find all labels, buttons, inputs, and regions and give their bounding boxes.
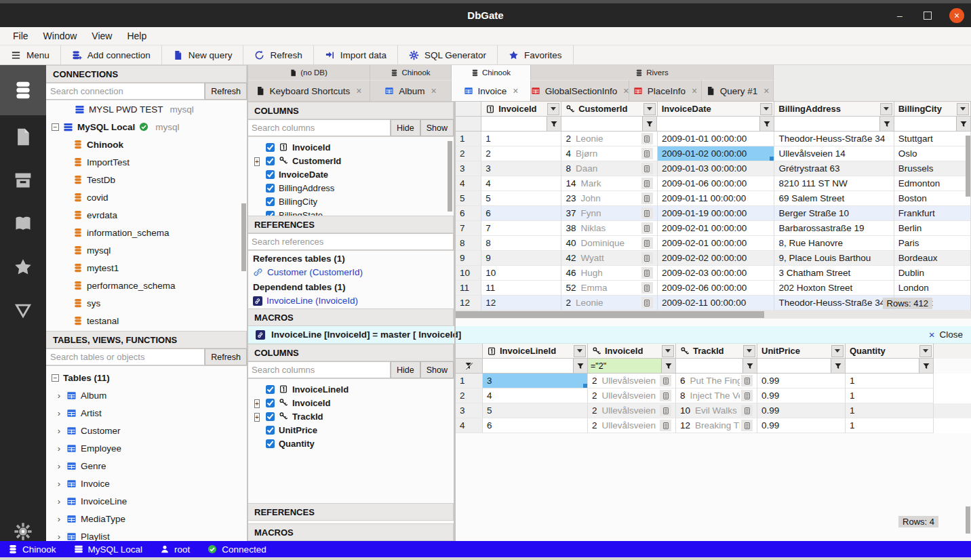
column-menu-button[interactable] bbox=[831, 345, 844, 357]
column-header-InvoiceId[interactable]: InvoiceId bbox=[588, 344, 676, 359]
table-item-Customer[interactable]: ›Customer bbox=[46, 422, 247, 439]
status-mysql-local[interactable]: MySQL Local bbox=[74, 544, 143, 555]
cell-BillingAddress[interactable]: Ullevålsveien 14 bbox=[774, 146, 894, 161]
cell-InvoiceDate[interactable]: 2009-02-01 00:00:00 bbox=[658, 221, 774, 236]
references-header[interactable]: REFERENCES bbox=[247, 503, 454, 521]
hide-button[interactable]: Hide bbox=[391, 119, 420, 136]
column-header-InvoiceDate[interactable]: InvoiceDate bbox=[658, 102, 775, 117]
toolbar-menu-button[interactable]: Menu bbox=[0, 45, 61, 64]
filter-button[interactable] bbox=[956, 117, 970, 131]
cell-TrackId[interactable]: 6Put The Finger On You bbox=[676, 374, 757, 388]
cell-BillingAddress[interactable]: 3 Chatham Street bbox=[774, 266, 894, 281]
tables-header[interactable]: TABLES, VIEWS, FUNCTIONS bbox=[46, 331, 247, 348]
filter-button[interactable] bbox=[573, 359, 587, 373]
column-menu-button[interactable] bbox=[643, 103, 656, 115]
connection-item-mysl-pwd-test[interactable]: MYSL PWD TESTmysql bbox=[46, 100, 247, 118]
database-item-information_schema[interactable]: information_schema bbox=[46, 224, 247, 241]
cell-InvoiceDate[interactable]: 2009-01-11 00:00:00 bbox=[658, 191, 774, 206]
lookup-detail-button[interactable] bbox=[741, 420, 753, 431]
filter-input-BillingCity[interactable] bbox=[894, 117, 956, 131]
cell-BillingAddress[interactable]: 8, Rue Hanovre bbox=[774, 236, 894, 251]
filter-input-InvoiceId[interactable] bbox=[588, 359, 661, 373]
expand-expander[interactable]: + bbox=[254, 399, 260, 408]
cell-InvoiceDate[interactable]: 2009-02-01 00:00:00 bbox=[658, 236, 774, 251]
cell-CustomerId[interactable]: 2Leonie bbox=[561, 296, 658, 311]
connection-item-mysql-local[interactable]: −MySQL Localmysql bbox=[46, 118, 247, 136]
cell-BillingAddress[interactable]: Theodor-Heuss-Straße 34 bbox=[774, 296, 894, 311]
rail-archive-button[interactable] bbox=[0, 159, 46, 202]
menu-help[interactable]: Help bbox=[121, 29, 153, 43]
connections-header[interactable]: CONNECTIONS bbox=[46, 65, 247, 83]
cell-UnitPrice[interactable]: 0.99 bbox=[757, 403, 846, 418]
search-tables-input[interactable] bbox=[46, 348, 205, 365]
filter-button[interactable] bbox=[919, 359, 933, 373]
search-columns-input[interactable] bbox=[247, 361, 391, 378]
database-item-testanal[interactable]: testanal bbox=[46, 312, 247, 329]
cell-Quantity[interactable]: 1 bbox=[846, 388, 934, 403]
menu-file[interactable]: File bbox=[7, 29, 35, 43]
cell-TrackId[interactable]: 10Evil Walks bbox=[676, 403, 757, 418]
cell-CustomerId[interactable]: 40Dominique bbox=[561, 236, 658, 251]
cell-UnitPrice[interactable]: 0.99 bbox=[757, 374, 846, 388]
column-checkbox[interactable] bbox=[266, 426, 275, 435]
filter-button[interactable] bbox=[742, 359, 757, 373]
chevron-right-icon[interactable]: › bbox=[56, 532, 62, 542]
chevron-right-icon[interactable]: › bbox=[56, 443, 62, 454]
lookup-detail-button[interactable] bbox=[641, 282, 653, 294]
reference-link-invoiceline[interactable]: InvoiceLine (InvoiceId) bbox=[247, 294, 454, 308]
search-connection-input[interactable] bbox=[46, 83, 205, 100]
column-header-InvoiceId[interactable]: InvoiceId bbox=[481, 102, 561, 117]
cell-Quantity[interactable]: 1 bbox=[846, 374, 934, 388]
rail-settings-button[interactable] bbox=[0, 522, 46, 541]
lookup-detail-button[interactable] bbox=[641, 252, 653, 264]
column-header-InvoiceLineId[interactable]: InvoiceLineId bbox=[483, 344, 588, 359]
rail-connections-button[interactable] bbox=[0, 65, 46, 115]
filter-input-UnitPrice[interactable] bbox=[757, 359, 831, 373]
tab-close-icon[interactable]: × bbox=[431, 85, 437, 96]
cell-BillingCity[interactable]: Paris bbox=[894, 236, 971, 251]
search-columns-input[interactable] bbox=[247, 119, 391, 136]
cell-CustomerId[interactable]: 42Wyatt bbox=[561, 251, 658, 266]
tab-close-icon[interactable]: × bbox=[623, 85, 629, 96]
column-item-InvoiceId[interactable]: +InvoiceId bbox=[247, 396, 454, 409]
column-item-CustomerId[interactable]: +CustomerId bbox=[247, 154, 454, 167]
tab-query-1[interactable]: Query #1× bbox=[702, 80, 774, 101]
toolbar-refresh-button[interactable]: Refresh bbox=[243, 45, 313, 64]
toolbar-new-query-button[interactable]: New query bbox=[162, 45, 244, 64]
cell-InvoiceDate[interactable]: 2009-01-19 00:00:00 bbox=[658, 206, 774, 221]
cell-InvoiceId[interactable]: 2 bbox=[481, 146, 561, 161]
hide-button[interactable]: Hide bbox=[391, 361, 420, 378]
lookup-detail-button[interactable] bbox=[741, 405, 753, 416]
database-item-mytest1[interactable]: mytest1 bbox=[46, 259, 247, 277]
cell-InvoiceLineId[interactable]: 6 bbox=[483, 418, 588, 433]
lookup-detail-button[interactable] bbox=[741, 375, 753, 386]
lookup-detail-button[interactable] bbox=[660, 405, 671, 416]
column-header-BillingAddress[interactable]: BillingAddress bbox=[774, 102, 894, 117]
column-item-Quantity[interactable]: Quantity bbox=[247, 437, 454, 450]
column-header-UnitPrice[interactable]: UnitPrice bbox=[757, 344, 846, 359]
cell-BillingAddress[interactable]: 9, Place Louis Barthou bbox=[774, 251, 894, 266]
collapse-expander[interactable]: − bbox=[52, 374, 59, 382]
cell-BillingAddress[interactable]: Grétrystraat 63 bbox=[774, 161, 894, 176]
column-item-InvoiceLineId[interactable]: InvoiceLineId bbox=[247, 382, 454, 396]
column-menu-button[interactable] bbox=[743, 345, 755, 357]
column-checkbox[interactable] bbox=[266, 211, 275, 216]
references-header[interactable]: REFERENCES bbox=[247, 216, 454, 233]
filter-button[interactable] bbox=[759, 117, 774, 131]
column-menu-button[interactable] bbox=[760, 103, 772, 115]
cell-InvoiceDate[interactable]: 2009-01-02 00:00:00 bbox=[658, 146, 774, 161]
cell-CustomerId[interactable]: 46Hugh bbox=[561, 266, 658, 281]
cell-InvoiceDate[interactable]: 2009-02-02 00:00:00 bbox=[658, 251, 774, 266]
lookup-detail-button[interactable] bbox=[641, 148, 653, 159]
cell-InvoiceId[interactable]: 9 bbox=[481, 251, 561, 266]
filter-button[interactable] bbox=[642, 117, 656, 131]
lookup-detail-button[interactable] bbox=[641, 178, 653, 189]
cell-InvoiceLineId[interactable]: 4 bbox=[483, 388, 588, 403]
vscrollbar-thumb[interactable] bbox=[966, 136, 970, 197]
cell-InvoiceDate[interactable]: 2009-02-06 00:00:00 bbox=[658, 281, 774, 296]
lookup-detail-button[interactable] bbox=[660, 390, 671, 401]
tab-close-icon[interactable]: × bbox=[356, 85, 361, 96]
table-item-Employee[interactable]: ›Employee bbox=[46, 439, 247, 457]
cell-BillingCity[interactable]: Boston bbox=[894, 191, 971, 206]
cell-BillingAddress[interactable]: Theodor-Heuss-Straße 34 bbox=[774, 132, 894, 146]
